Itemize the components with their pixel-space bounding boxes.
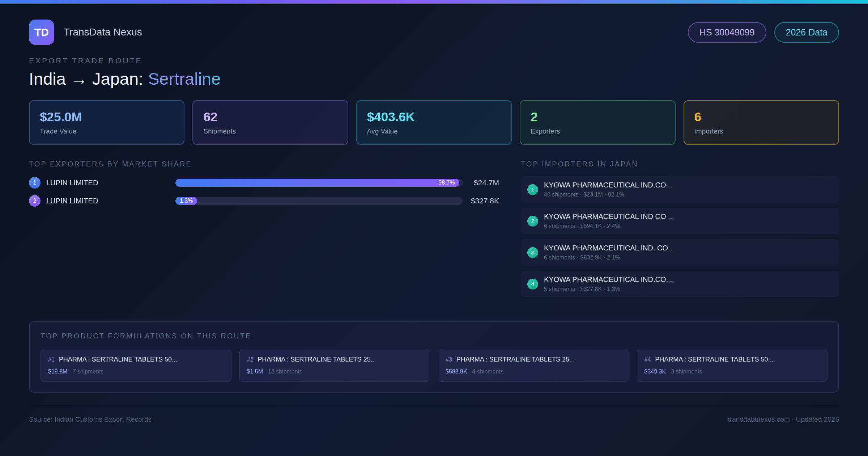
footer: Source: Indian Customs Export Records tr… bbox=[29, 406, 839, 423]
product-title: PHARMA : SERTRALINE TABLETS 25... bbox=[456, 356, 575, 363]
product-rank: #4 bbox=[644, 356, 651, 363]
market-share-bar-fill: 1.3% bbox=[175, 197, 197, 205]
brand: TD TransData Nexus bbox=[29, 20, 142, 45]
stat-label: Trade Value bbox=[40, 127, 174, 135]
exporter-name: LUPIN LIMITED bbox=[46, 179, 175, 187]
product-shipments: 7 shipments bbox=[72, 368, 103, 375]
importers-heading: TOP IMPORTERS IN JAPAN bbox=[521, 160, 839, 168]
stat-card-shipments: 62 Shipments bbox=[192, 100, 348, 145]
product-card[interactable]: #3 PHARMA : SERTRALINE TABLETS 25... $58… bbox=[438, 349, 629, 382]
importer-name: KYOWA PHARMACEUTICAL IND. CO... bbox=[544, 244, 674, 252]
rank-badge: 2 bbox=[527, 216, 538, 227]
product-value: $588.8K bbox=[446, 368, 467, 375]
eyebrow-label: EXPORT TRADE ROUTE bbox=[29, 56, 839, 65]
product-rank: #3 bbox=[446, 356, 452, 363]
exporter-name: LUPIN LIMITED bbox=[46, 197, 175, 205]
product-shipments: 4 shipments bbox=[472, 368, 503, 375]
stat-value: 6 bbox=[694, 110, 828, 124]
stat-card-importers: 6 Importers bbox=[684, 100, 839, 145]
rank-badge: 2 bbox=[29, 195, 41, 207]
app-title: TransData Nexus bbox=[64, 26, 142, 38]
importer-name: KYOWA PHARMACEUTICAL IND CO ... bbox=[544, 212, 674, 221]
rank-badge: 1 bbox=[527, 184, 538, 195]
exporter-row[interactable]: 2 LUPIN LIMITED 1.3% $327.8K bbox=[29, 195, 499, 207]
importer-meta: 40 shipments · $23.1M · 92.1% bbox=[544, 191, 674, 198]
importer-row[interactable]: 4 KYOWA PHARMACEUTICAL IND.CO.... 5 ship… bbox=[521, 271, 839, 297]
stat-value: $25.0M bbox=[40, 110, 174, 124]
stat-value: 2 bbox=[531, 110, 664, 124]
importer-name: KYOWA PHARMACEUTICAL IND.CO.... bbox=[544, 275, 674, 284]
app-logo: TD bbox=[29, 20, 54, 45]
market-share-bar-track: 98.7% bbox=[175, 179, 463, 187]
year-data-badge[interactable]: 2026 Data bbox=[774, 22, 839, 43]
rank-badge: 4 bbox=[527, 279, 538, 290]
stat-card-exporters: 2 Exporters bbox=[520, 100, 675, 145]
product-title: PHARMA : SERTRALINE TABLETS 50... bbox=[59, 356, 177, 363]
stat-value: $403.6K bbox=[367, 110, 501, 124]
importer-row[interactable]: 1 KYOWA PHARMACEUTICAL IND.CO.... 40 shi… bbox=[521, 176, 839, 203]
product-value: $349.3K bbox=[644, 368, 666, 375]
importer-meta: 6 shipments · $532.0K · 2.1% bbox=[544, 254, 674, 261]
header: TD TransData Nexus HS 30049099 2026 Data bbox=[29, 20, 839, 45]
product-card[interactable]: #2 PHARMA : SERTRALINE TABLETS 25... $1.… bbox=[239, 349, 430, 382]
product-shipments: 13 shipments bbox=[268, 368, 302, 375]
title-product-highlight: Sertraline bbox=[148, 69, 221, 88]
product-card[interactable]: #1 PHARMA : SERTRALINE TABLETS 50... $19… bbox=[41, 349, 231, 382]
market-share-bar-fill: 98.7% bbox=[175, 179, 459, 187]
market-share-chart: 1 LUPIN LIMITED 98.7% $24.7M 2 LUPIN LIM… bbox=[29, 177, 499, 207]
product-card[interactable]: #4 PHARMA : SERTRALINE TABLETS 50... $34… bbox=[637, 349, 828, 382]
importer-meta: 5 shipments · $327.8K · 1.3% bbox=[544, 286, 674, 292]
stat-label: Avg Value bbox=[367, 127, 501, 135]
stat-cards-row: $25.0M Trade Value 62 Shipments $403.6K … bbox=[29, 100, 839, 145]
product-value: $1.5M bbox=[247, 368, 263, 375]
top-exporters-section: TOP EXPORTERS BY MARKET SHARE 1 LUPIN LI… bbox=[29, 160, 499, 302]
rank-badge: 3 bbox=[527, 247, 538, 258]
stat-card-avg-value: $403.6K Avg Value bbox=[356, 100, 512, 145]
title-route: India → Japan: bbox=[29, 69, 148, 88]
importer-row[interactable]: 3 KYOWA PHARMACEUTICAL IND. CO... 6 ship… bbox=[521, 239, 839, 266]
footer-site: transdatanexus.com · Updated 2026 bbox=[728, 415, 839, 423]
products-heading: TOP PRODUCT FORMULATIONS ON THIS ROUTE bbox=[41, 332, 827, 340]
stat-card-trade-value: $25.0M Trade Value bbox=[29, 100, 184, 145]
stat-value: 62 bbox=[203, 110, 337, 124]
stat-label: Exporters bbox=[531, 127, 664, 135]
footer-source: Source: Indian Customs Export Records bbox=[29, 415, 152, 423]
product-title: PHARMA : SERTRALINE TABLETS 50... bbox=[655, 356, 773, 363]
exporter-value: $24.7M bbox=[463, 178, 499, 187]
product-shipments: 3 shipments bbox=[671, 368, 702, 375]
importer-row[interactable]: 2 KYOWA PHARMACEUTICAL IND CO ... 6 ship… bbox=[521, 208, 839, 234]
product-rank: #2 bbox=[247, 356, 254, 363]
product-title: PHARMA : SERTRALINE TABLETS 25... bbox=[258, 356, 376, 363]
top-importers-section: TOP IMPORTERS IN JAPAN 1 KYOWA PHARMACEU… bbox=[521, 160, 839, 302]
stat-label: Shipments bbox=[203, 127, 337, 135]
exporter-row[interactable]: 1 LUPIN LIMITED 98.7% $24.7M bbox=[29, 177, 499, 189]
product-rank: #1 bbox=[48, 356, 55, 363]
top-accent-bar bbox=[0, 0, 868, 4]
page-title: India → Japan: Sertraline bbox=[29, 69, 839, 89]
importer-name: KYOWA PHARMACEUTICAL IND.CO.... bbox=[544, 181, 674, 189]
rank-badge: 1 bbox=[29, 177, 41, 189]
stat-label: Importers bbox=[694, 127, 828, 135]
header-badges: HS 30049099 2026 Data bbox=[688, 22, 839, 43]
product-value: $19.8M bbox=[48, 368, 67, 375]
exporter-value: $327.8K bbox=[463, 197, 499, 205]
hs-code-badge[interactable]: HS 30049099 bbox=[688, 22, 766, 43]
importer-meta: 6 shipments · $594.1K · 2.4% bbox=[544, 223, 674, 229]
product-formulations-panel: TOP PRODUCT FORMULATIONS ON THIS ROUTE #… bbox=[29, 321, 839, 393]
market-share-bar-track: 1.3% bbox=[175, 197, 463, 205]
exporters-heading: TOP EXPORTERS BY MARKET SHARE bbox=[29, 160, 499, 168]
